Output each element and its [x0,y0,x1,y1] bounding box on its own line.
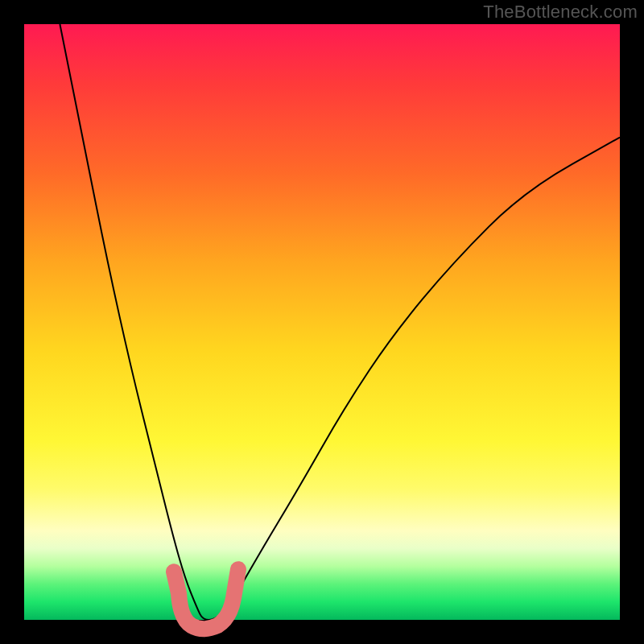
bottleneck-curve [60,24,620,620]
chart-svg [24,24,620,620]
watermark-text: TheBottleneck.com [483,2,638,23]
